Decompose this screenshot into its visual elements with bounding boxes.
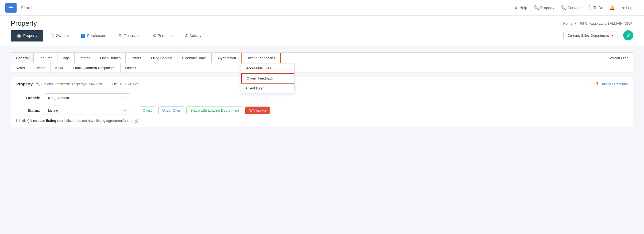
tab-general[interactable]: General [11, 53, 34, 63]
wrench-icon: 🔧 [36, 82, 40, 86]
printer-icon: 🖨 [152, 33, 156, 38]
notifications-nav-item[interactable]: 🔔 [610, 5, 615, 10]
todo-icon: 📋 [587, 5, 592, 10]
status-row: Status: Listing Offers Under Offer Share… [16, 106, 628, 115]
dropdown-owner-feedback[interactable]: Owner Feedback [241, 73, 294, 84]
section-tab-printlab[interactable]: 🖨 Print Lab [146, 30, 179, 41]
purchasers-icon: 👥 [80, 33, 86, 38]
location-icon: 📍 [595, 82, 599, 86]
page-header: Property Home / 54 Chicago Lane BALMAIN … [0, 16, 644, 46]
status-label: Status: [16, 108, 40, 113]
badge-withdrawn[interactable]: Withdrawn [245, 107, 270, 114]
branch-label: Branch: [16, 96, 40, 100]
branch-row: Branch: (Bal) Balmain [16, 93, 628, 102]
badge-offers[interactable]: Offers [139, 107, 156, 114]
tab-open-homes[interactable]: Open Homes [95, 53, 126, 63]
chevron-down-icon: ▼ [611, 34, 614, 37]
options-link[interactable]: 🔧 Options [36, 82, 53, 86]
section-tab-purchasers[interactable]: 👥 Purchasers [75, 30, 112, 41]
tab-letters[interactable]: Letters [126, 53, 146, 63]
top-nav: ☰ 🖥 Help 🔍 Property 🔍 Contact 📋 To Do 🔔 … [0, 0, 644, 16]
not-our-listing-checkbox[interactable] [16, 119, 20, 122]
menu-icon: ☰ [9, 5, 13, 10]
department-selector[interactable]: Current: Sales Department ▼ [563, 32, 618, 39]
tab-filing-cabinet[interactable]: Filing Cabinet [146, 53, 177, 63]
property-section-title: Property [16, 82, 33, 86]
property-section-header: Property 🔧 Options Residential PropertyI… [16, 82, 628, 89]
life-id: LifeID: L11213529 [112, 82, 139, 86]
tab-keys[interactable]: Keys [51, 63, 68, 73]
hamburger-button[interactable]: ☰ [5, 3, 17, 13]
main-content: General Features Tags Photos Open Homes … [0, 46, 644, 134]
badge-under-offer[interactable]: Under Offer [158, 107, 184, 114]
tab-buyer-match[interactable]: Buyer Match [212, 53, 241, 63]
section-tab-financials[interactable]: 🖥 Financials [112, 30, 146, 41]
status-select[interactable]: Listing [45, 106, 130, 115]
expand-icon: ⤢ [627, 33, 630, 38]
monitor-icon: 🖥 [514, 5, 518, 10]
branch-select[interactable]: (Bal) Balmain [45, 93, 130, 102]
tab-owner-feedback[interactable]: Owner Feedback ▾ Accessible Files Owner … [241, 53, 281, 63]
tab-events[interactable]: Events [30, 63, 51, 73]
other-dropdown-arrow: ▾ [135, 66, 137, 70]
logout-nav-item[interactable]: ➜ Log out [621, 5, 639, 10]
financials-icon: 🖥 [118, 33, 122, 38]
property-nav-item[interactable]: 🔍 Property [534, 5, 554, 10]
dropdown-accessible-files[interactable]: Accessible Files [241, 63, 294, 73]
breadcrumb: Home / 54 Chicago Lane BALMAIN NSW [563, 21, 634, 25]
tab-features[interactable]: Features [34, 53, 57, 63]
tab-attach-files[interactable]: Attach Files [605, 53, 633, 63]
tab-other[interactable]: Other ▾ [121, 63, 142, 73]
dropdown-client-login[interactable]: Client Login [241, 84, 294, 93]
owner-feedback-dropdown: Accessible Files Owner Feedback Client L… [241, 63, 294, 93]
badge-share-leasing[interactable]: Share with Leasing Department [187, 107, 243, 114]
contact-nav-item[interactable]: 🔍 Contact [561, 5, 580, 10]
tab-photos[interactable]: Photos [75, 53, 95, 63]
search-input[interactable] [21, 5, 101, 10]
section-tab-activity[interactable]: ↺ Activity [179, 30, 207, 41]
bell-icon: 🔔 [610, 5, 615, 10]
owner-feedback-dropdown-arrow: ▾ [274, 56, 276, 60]
driving-directions-link[interactable]: 📍 Driving Directions [595, 82, 628, 86]
breadcrumb-home[interactable]: Home [563, 21, 573, 25]
property-search-icon: 🔍 [534, 5, 539, 10]
status-badges: Offers Under Offer Share with Leasing De… [139, 107, 270, 114]
help-nav-item[interactable]: 🖥 Help [514, 5, 527, 10]
logout-icon: ➜ [621, 5, 625, 10]
expand-button[interactable]: ⤢ [623, 30, 633, 40]
tab-notes[interactable]: Notes [11, 63, 30, 73]
property-section: Property 🔧 Options Residential PropertyI… [11, 77, 633, 127]
nav-actions: 🖥 Help 🔍 Property 🔍 Contact 📋 To Do 🔔 ➜ … [514, 5, 639, 10]
contact-search-icon: 🔍 [561, 5, 566, 10]
page-title: Property [11, 19, 37, 28]
todo-nav-item[interactable]: 📋 To Do [587, 5, 603, 10]
property-id: Residential PropertyID: 9663628 [56, 82, 102, 86]
activity-icon: ↺ [184, 33, 188, 38]
tab-electronic-table[interactable]: Electronic Table [177, 53, 212, 63]
tab-email-canned[interactable]: Email (Canned) Responses [68, 63, 121, 73]
home-icon: 🏠 [17, 33, 22, 38]
owners-icon: 📄 [49, 33, 54, 38]
section-tab-property[interactable]: 🏠 Property [11, 30, 43, 41]
section-tab-owners[interactable]: 📄 Owners [43, 30, 75, 41]
not-our-listing-row: (tick) if not our listing (our office do… [16, 119, 628, 123]
tab-tags[interactable]: Tags [57, 53, 75, 63]
